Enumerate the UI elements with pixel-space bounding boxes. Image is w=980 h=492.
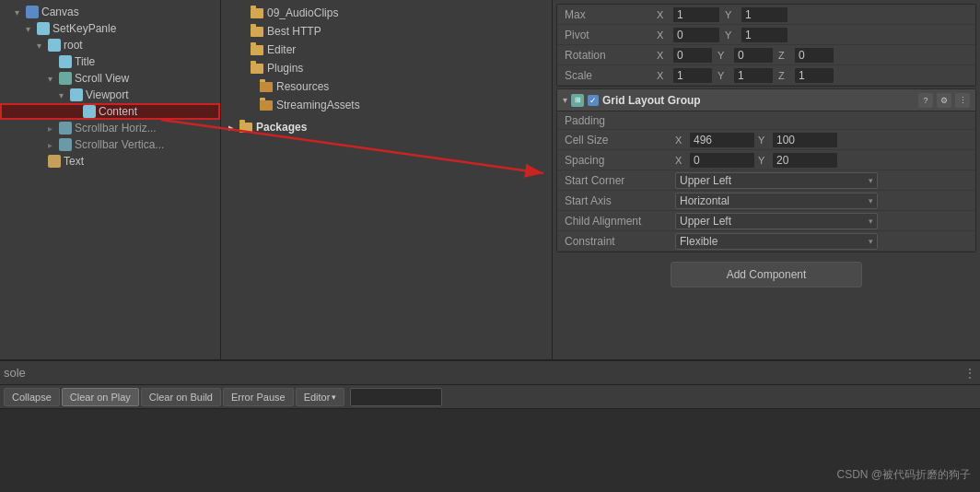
constraint-row: Constraint Flexible ▾ xyxy=(557,231,975,252)
console-search-input[interactable] xyxy=(350,388,442,406)
file-item-audioclips[interactable]: 09_AudioClips xyxy=(221,4,552,22)
padding-row[interactable]: Padding xyxy=(557,111,975,130)
label-scrollbar-horiz: Scrollbar Horiz... xyxy=(75,122,157,135)
arrow-packages: ▸ xyxy=(228,122,239,134)
folder-icon-besthttp xyxy=(251,27,263,37)
icon-canvas xyxy=(26,6,39,18)
hierarchy-item-content[interactable]: Content xyxy=(0,103,220,120)
clear-on-play-button[interactable]: Clear on Play xyxy=(62,388,139,406)
folder-icon-resources xyxy=(260,82,273,92)
hierarchy-item-scrollbar-vert[interactable]: Scrollbar Vertica... xyxy=(0,136,220,153)
editor-dropdown-arrow[interactable]: ▾ xyxy=(332,392,336,402)
arrow-setkeypanle xyxy=(26,24,35,33)
pivot-y-field[interactable] xyxy=(741,28,788,42)
start-axis-value: Horizontal xyxy=(680,194,729,207)
cell-y-label: Y xyxy=(758,135,769,146)
label-audioclips: 09_AudioClips xyxy=(267,6,338,19)
spacing-values: X Y xyxy=(675,153,968,168)
error-pause-button[interactable]: Error Pause xyxy=(223,388,294,406)
max-y-field[interactable] xyxy=(741,7,788,22)
arrow-scrollbar-horiz xyxy=(48,123,57,133)
start-axis-arrow: ▾ xyxy=(869,196,873,205)
label-title: Title xyxy=(75,55,95,68)
clear-on-build-button[interactable]: Clear on Build xyxy=(141,388,221,406)
file-item-resources[interactable]: Resources xyxy=(221,77,552,96)
overflow-btn[interactable]: ⋮ xyxy=(955,93,970,108)
file-item-plugins[interactable]: Plugins xyxy=(221,59,552,77)
rotation-y-field[interactable] xyxy=(734,48,773,63)
spacing-y-field[interactable] xyxy=(773,153,837,168)
rotation-row: Rotation X Y Z xyxy=(557,45,975,65)
pivot-x-field[interactable] xyxy=(673,28,719,42)
start-axis-dropdown[interactable]: Horizontal ▾ xyxy=(675,193,878,209)
child-alignment-dropdown[interactable]: Upper Left ▾ xyxy=(675,213,878,229)
console-body xyxy=(0,409,980,492)
hierarchy-item-setkeypanle[interactable]: SetKeyPanle xyxy=(0,20,220,37)
rot-x-label: X xyxy=(657,50,668,61)
scale-y-field[interactable] xyxy=(734,68,773,83)
spacing-x-field[interactable] xyxy=(690,153,754,168)
add-component-button[interactable]: Add Component xyxy=(671,262,863,287)
arrow-content xyxy=(72,107,81,116)
label-plugins: Plugins xyxy=(267,62,303,75)
label-setkeypanle: SetKeyPanle xyxy=(52,22,116,35)
project-panel: 09_AudioClips Best HTTP Editer Plugins R… xyxy=(221,0,553,359)
child-alignment-arrow: ▾ xyxy=(869,217,873,226)
spacing-x-label: X xyxy=(675,155,686,166)
grid-layout-checkbox[interactable]: ✓ xyxy=(588,95,599,106)
child-alignment-row: Child Alignment Upper Left ▾ xyxy=(557,211,975,231)
label-text: Text xyxy=(64,155,84,168)
console-menu-dots[interactable]: ⋮ xyxy=(963,366,976,381)
cell-size-y-field[interactable] xyxy=(773,133,837,147)
label-packages: Packages xyxy=(256,121,307,134)
rotation-label: Rotation xyxy=(565,49,657,62)
collapse-button[interactable]: Collapse xyxy=(4,388,60,406)
hierarchy-item-scrollbar-horiz[interactable]: Scrollbar Horiz... xyxy=(0,120,220,136)
label-scrollview: Scroll View xyxy=(75,72,129,85)
hierarchy-item-root[interactable]: root xyxy=(0,37,220,53)
hierarchy-item-viewport[interactable]: Viewport xyxy=(0,87,220,103)
hierarchy-item-text[interactable]: Text xyxy=(0,153,220,170)
cell-size-row: Cell Size X Y xyxy=(557,130,975,150)
file-item-packages[interactable]: ▸ Packages xyxy=(221,118,552,136)
child-alignment-value: Upper Left xyxy=(680,215,731,228)
settings-btn[interactable]: ⚙ xyxy=(937,93,951,108)
scale-z-field[interactable] xyxy=(795,68,834,83)
label-resources: Resources xyxy=(276,80,329,93)
start-corner-dropdown[interactable]: Upper Left ▾ xyxy=(675,172,878,189)
rotation-z-field[interactable] xyxy=(795,48,834,63)
cell-size-x-field[interactable] xyxy=(690,133,754,147)
hierarchy-item-scrollview[interactable]: Scroll View xyxy=(0,70,220,87)
editor-label: Editor xyxy=(304,392,331,403)
pivot-y-label: Y xyxy=(725,29,736,41)
hierarchy-item-canvas[interactable]: Canvas xyxy=(0,4,220,20)
grid-layout-section: ▾ ⊞ ✓ Grid Layout Group ? ⚙ ⋮ Padding Ce… xyxy=(556,88,976,252)
rotation-x-field[interactable] xyxy=(673,48,712,63)
console-buttons-bar: Collapse Clear on Play Clear on Build Er… xyxy=(0,385,980,409)
icon-scrollbar-horiz xyxy=(59,122,72,135)
file-item-editer[interactable]: Editer xyxy=(221,41,552,59)
max-x-field[interactable] xyxy=(673,7,719,22)
pivot-label: Pivot xyxy=(565,29,657,41)
file-item-besthttp[interactable]: Best HTTP xyxy=(221,22,552,41)
label-streaming: StreamingAssets xyxy=(276,99,360,111)
constraint-dropdown[interactable]: Flexible ▾ xyxy=(675,233,878,250)
start-axis-label: Start Axis xyxy=(565,194,675,207)
arrow-canvas xyxy=(15,7,24,17)
grid-layout-title: Grid Layout Group xyxy=(602,94,918,107)
rotation-values: X Y Z xyxy=(657,48,968,63)
constraint-label: Constraint xyxy=(565,235,675,248)
arrow-root xyxy=(37,41,46,50)
scale-values: X Y Z xyxy=(657,68,968,83)
hierarchy-item-title[interactable]: Title xyxy=(0,53,220,70)
editor-button[interactable]: Editor ▾ xyxy=(296,388,345,406)
scale-z-label: Z xyxy=(778,70,789,81)
icon-text xyxy=(48,155,61,168)
icon-scrollbar-vert xyxy=(59,138,72,151)
folder-icon-packages xyxy=(239,123,252,133)
help-btn[interactable]: ? xyxy=(918,93,933,108)
max-label: Max xyxy=(565,8,657,21)
file-item-streaming[interactable]: StreamingAssets xyxy=(221,96,552,114)
padding-label[interactable]: Padding xyxy=(565,114,605,127)
scale-x-field[interactable] xyxy=(673,68,712,83)
